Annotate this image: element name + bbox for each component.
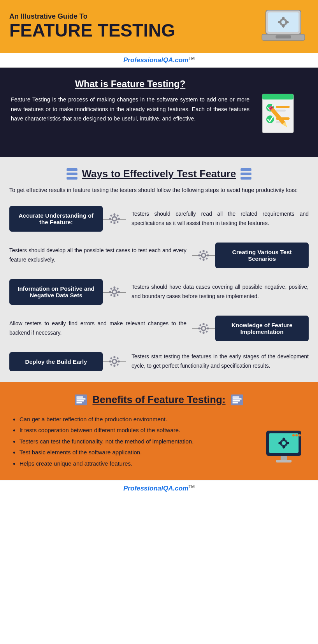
footer-brand-tm: TM [188,484,195,489]
svg-rect-40 [198,254,200,256]
svg-rect-49 [114,295,116,297]
right-dots [241,168,251,180]
svg-rect-82 [232,396,239,398]
benefits-section: Benefits of Feature Testing: Can get a b… [0,382,318,480]
what-heading: What is Feature Testing? [11,79,249,89]
svg-rect-83 [232,398,242,400]
svg-rect-55 [116,294,119,296]
svg-rect-71 [118,361,120,363]
benefits-list: Can get a better reflection of the produ… [11,414,259,469]
header-subtitle: An Illustrative Guide To [9,12,175,21]
step-box-4: Knowledge of Feature Implementation [215,316,309,341]
step-label-5: Deploy the Build Early [25,358,87,365]
ways-section-header: Ways to Effectively Test Feature [9,168,309,180]
ways-section: Ways to Effectively Test Feature To get … [0,157,318,382]
svg-rect-85 [232,402,238,403]
svg-rect-17 [276,106,290,108]
ways-heading: Ways to Effectively Test Feature [82,168,236,180]
step-box-1: Accurate Understanding of the Feature: [9,206,103,232]
step-row-1: Accurate Understanding of the Feature: T… [9,206,309,232]
svg-rect-75 [116,363,119,366]
list-icon-right [230,393,244,407]
gear-connector-3 [103,285,126,299]
benefit-item-5: Helps create unique and attractive featu… [19,458,259,469]
benefits-content: Can get a better reflection of the produ… [11,414,307,469]
footer-brand-name: ProfessionalQA.com [123,485,188,492]
svg-rect-30 [109,218,111,220]
left-dots [67,168,77,180]
svg-rect-39 [203,258,205,261]
monitor-icon [264,429,307,469]
svg-point-47 [113,290,116,293]
gear-icon-5 [107,354,121,368]
svg-rect-48 [114,286,116,289]
svg-rect-52 [110,287,112,290]
svg-rect-44 [199,257,202,260]
svg-rect-43 [206,251,208,253]
what-section: What is Feature Testing? Feature Testing… [0,68,318,157]
svg-rect-77 [76,396,83,398]
benefits-heading: Benefits of Feature Testing: [93,394,226,406]
gear-connector-2 [192,248,215,262]
benefit-item-3: Testers can test the functionality, not … [19,436,259,447]
step-text-5: Testers start testing the features in th… [126,352,309,371]
step-text-3: Testers should have data cases covering … [126,283,309,301]
svg-rect-41 [207,254,209,256]
svg-rect-34 [110,221,112,223]
svg-point-100 [299,434,301,436]
step-row-4: Knowledge of Feature Implementation Allo… [9,316,309,341]
step-text-2: Testers should develop all the possible … [9,246,192,265]
svg-point-27 [113,217,116,220]
header-title: FEATURE TESTING [9,21,175,40]
svg-rect-60 [198,327,200,329]
svg-rect-53 [116,287,119,290]
gear-icon-1 [107,212,121,226]
header-text-block: An Illustrative Guide To FEATURE TESTING [9,12,175,40]
gear-connector-4 [192,321,215,335]
svg-rect-13 [276,35,291,38]
svg-rect-59 [203,332,205,334]
step-row-2: Creating Various Test Scenarios Testers … [9,243,309,268]
step-label-4: Knowledge of Feature Implementation [232,322,293,335]
benefit-item-2: It tests cooperation between different m… [19,425,259,436]
step-label-1: Accurate Understanding of the Feature: [19,212,94,225]
svg-rect-28 [114,213,116,216]
svg-point-37 [202,254,205,257]
svg-rect-62 [199,324,202,326]
step-text-4: Allow testers to easily find errors and … [9,319,192,338]
svg-rect-70 [109,361,111,363]
svg-point-57 [202,327,205,330]
step-row-5: Deploy the Build Early Testers start tes… [9,352,309,371]
svg-rect-72 [110,357,112,360]
svg-rect-65 [206,330,208,333]
header-section: An Illustrative Guide To FEATURE TESTING [0,0,318,53]
step-label-3: Information on Positive and Negative Dat… [18,285,95,298]
svg-point-98 [292,434,295,436]
svg-point-99 [295,434,298,436]
svg-rect-45 [206,257,208,260]
svg-rect-84 [232,400,240,401]
svg-point-3 [281,20,285,24]
step-row-3: Information on Positive and Negative Dat… [9,279,309,305]
svg-rect-64 [199,330,202,333]
ways-intro: To get effective results in feature test… [9,185,309,195]
step-box-5: Deploy the Build Early [9,352,103,371]
benefit-item-4: Test basic elements of the software appl… [19,447,259,458]
svg-rect-68 [114,356,116,358]
svg-rect-80 [76,402,82,403]
svg-rect-79 [76,400,84,401]
gear-icon-4 [197,321,211,335]
step-box-2: Creating Various Test Scenarios [215,243,309,268]
svg-point-89 [282,441,286,445]
what-text: What is Feature Testing? Feature Testing… [11,79,249,124]
brand-tm: TM [188,56,195,61]
svg-rect-35 [116,221,119,223]
svg-rect-31 [118,218,120,220]
gear-connector-5 [103,354,126,368]
step-label-2: Creating Various Test Scenarios [232,249,292,262]
svg-rect-50 [109,291,111,293]
svg-rect-18 [276,110,286,112]
svg-rect-38 [203,250,205,252]
svg-rect-51 [118,291,120,293]
gear-connector-1 [103,212,126,226]
